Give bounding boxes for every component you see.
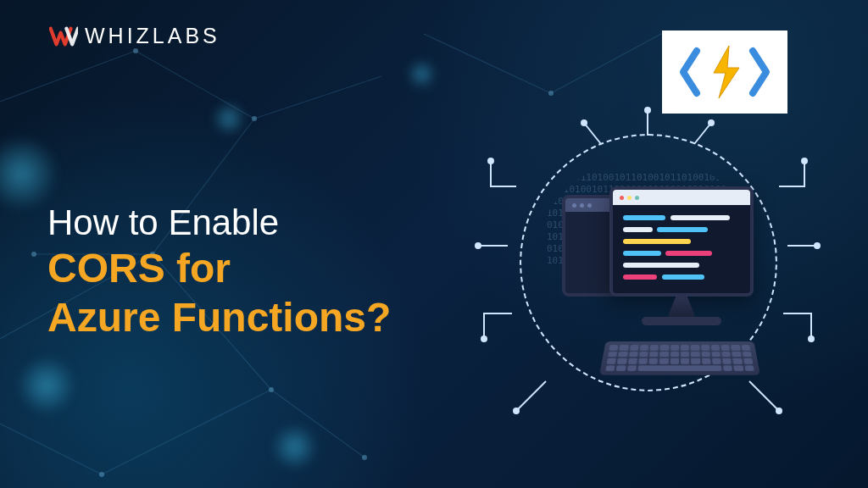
svg-point-13 [269,387,274,392]
brand-name: WHIZLABS [85,24,220,48]
bokeh-dot [407,59,437,89]
svg-point-16 [252,116,257,121]
svg-point-20 [487,158,494,164]
svg-line-11 [254,76,381,119]
bokeh-dot [17,356,76,415]
svg-point-27 [776,408,782,414]
svg-point-29 [581,119,587,126]
svg-point-25 [814,242,821,249]
svg-point-18 [31,252,36,257]
window-controls-front [613,190,750,205]
svg-point-15 [133,48,138,53]
azure-functions-icon [678,41,771,103]
headline-line-1: How to Enable [47,202,454,244]
brand-logo: WHIZLABS [49,24,220,48]
headline-line-2: CORS for [47,244,454,293]
svg-point-28 [644,107,651,114]
svg-point-23 [513,408,520,414]
whizlabs-logo-icon [49,25,78,47]
keyboard [599,341,760,375]
headline-line-3: Azure Functions? [47,293,454,342]
svg-point-22 [481,336,487,342]
monitor-front [609,186,754,297]
azure-functions-badge [662,30,787,114]
svg-line-2 [102,390,271,474]
svg-point-30 [708,119,715,126]
svg-point-26 [808,336,815,342]
monitor-base [642,317,721,325]
page-headline: How to Enable CORS for Azure Functions? [47,202,454,342]
svg-point-14 [99,472,104,477]
svg-point-24 [801,158,808,164]
bokeh-dot [212,102,246,136]
svg-line-3 [0,424,102,474]
svg-point-19 [362,455,367,460]
svg-line-4 [0,51,136,102]
hero-illustration: 0100101101001011010010110100101101001011… [465,25,830,466]
svg-point-21 [475,242,481,249]
bokeh-dot [271,424,318,470]
